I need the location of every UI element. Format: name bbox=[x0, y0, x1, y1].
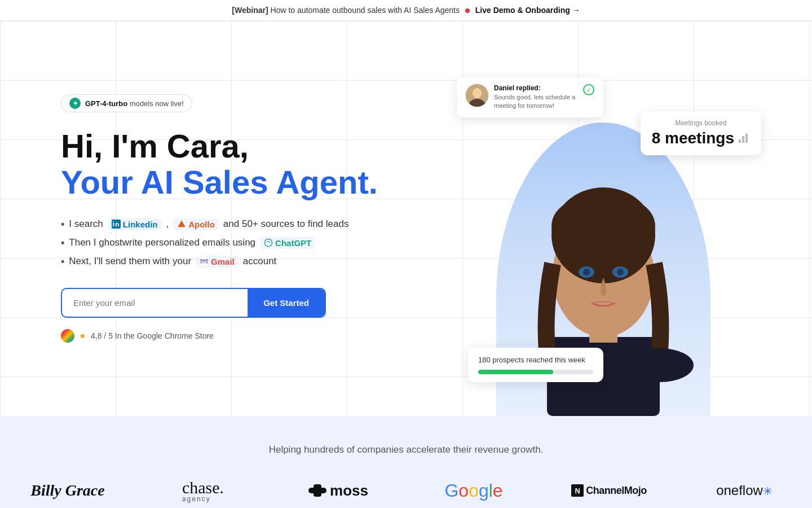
progress-bar-bg bbox=[478, 370, 593, 374]
check-icon: ✓ bbox=[583, 84, 594, 95]
banner-cta[interactable]: Live Demo & Onboarding → bbox=[475, 6, 580, 15]
top-banner: [Webinar] How to automate outbound sales… bbox=[0, 0, 812, 21]
channelmojo-n-icon: N bbox=[571, 484, 584, 497]
logos-headline: Helping hundreds of companies accelerate… bbox=[0, 444, 812, 456]
card-prospects: 180 prospects reached this week bbox=[468, 348, 603, 382]
bullet-dot-1: • bbox=[61, 218, 64, 230]
hero-bullets: • I search Linkedin , Apollo and 50+ sou… bbox=[61, 218, 395, 268]
progress-bar-fill bbox=[478, 370, 553, 374]
daniel-avatar bbox=[466, 84, 488, 107]
gpt-icon: ✦ bbox=[69, 98, 81, 109]
daniel-msg: Sounds good, lets schedule ameeting for … bbox=[494, 93, 577, 111]
hero-title-line1: Hi, I'm Cara, bbox=[61, 128, 249, 164]
gpt-badge: ✦ GPT-4-turbo models now live! bbox=[61, 94, 192, 112]
logo-oneflow: oneflow✳ bbox=[677, 483, 812, 498]
card-meetings: Meetings booked 8 meetings bbox=[641, 111, 761, 155]
moss-icon bbox=[308, 484, 326, 497]
hero-title: Hi, I'm Cara, Your AI Sales Agent. bbox=[61, 128, 395, 200]
svg-point-15 bbox=[473, 88, 482, 98]
svg-rect-22 bbox=[314, 484, 321, 497]
meetings-count: 8 meetings bbox=[652, 129, 734, 147]
hero-left: ✦ GPT-4-turbo models now live! Hi, I'm C… bbox=[0, 21, 395, 416]
meetings-label: Meetings booked bbox=[652, 119, 750, 127]
bullet-2: • Then I ghostwrite personalized emails … bbox=[61, 237, 395, 249]
bullet1-pre: I search bbox=[69, 218, 103, 230]
logo-chase-agency: chase. agency bbox=[135, 478, 271, 503]
daniel-text: Daniel replied: Sounds good, lets schedu… bbox=[494, 84, 577, 111]
svg-point-2 bbox=[264, 239, 272, 247]
svg-point-11 bbox=[617, 269, 624, 275]
svg-marker-1 bbox=[178, 221, 186, 227]
apollo-tag: Apollo bbox=[173, 218, 219, 230]
gpt-badge-bold: GPT-4-turbo models now live! bbox=[85, 99, 184, 108]
bullet-1: • I search Linkedin , Apollo and 50+ sou… bbox=[61, 218, 395, 230]
prospects-label: 180 prospects reached this week bbox=[478, 356, 593, 364]
card-daniel: Daniel replied: Sounds good, lets schedu… bbox=[457, 77, 603, 117]
chrome-icon bbox=[61, 329, 74, 343]
bullet-3: • Next, I'll send them with your Gmail a… bbox=[61, 256, 395, 268]
bullet-dot-2: • bbox=[61, 237, 64, 249]
ai-avatar-container: Daniel replied: Sounds good, lets schedu… bbox=[479, 66, 727, 416]
svg-point-10 bbox=[583, 269, 590, 275]
logo-moss: moss bbox=[271, 482, 406, 500]
logo-billy-grace: Billy Grace bbox=[0, 481, 135, 500]
oneflow-star: ✳ bbox=[763, 485, 773, 497]
email-input[interactable] bbox=[62, 289, 248, 317]
hero-title-line2: Your AI Sales Agent. bbox=[61, 164, 395, 200]
svg-rect-18 bbox=[742, 136, 744, 143]
svg-rect-19 bbox=[745, 134, 748, 143]
gmail-tag: Gmail bbox=[196, 256, 239, 268]
rating-text: 4,8 / 5 In the Google Chrome Store bbox=[91, 331, 214, 340]
banner-prefix: [Webinar] bbox=[232, 6, 268, 15]
get-started-button[interactable]: Get Started bbox=[248, 289, 325, 317]
meetings-bar-icon bbox=[739, 132, 750, 145]
svg-rect-17 bbox=[739, 139, 741, 143]
banner-text: How to automate outbound sales with AI S… bbox=[271, 6, 460, 15]
linkedin-tag: Linkedin bbox=[108, 218, 162, 230]
logo-google: Google bbox=[406, 480, 541, 501]
logos-section: Helping hundreds of companies accelerate… bbox=[0, 416, 812, 508]
chatgpt-tag: ChatGPT bbox=[260, 237, 315, 249]
logos-row: Billy Grace chase. agency moss Goo bbox=[0, 478, 812, 503]
stars-icon: ★ bbox=[79, 331, 86, 340]
daniel-name: Daniel replied: bbox=[494, 84, 577, 92]
logo-channelmojo: N ChannelMojo bbox=[541, 484, 677, 497]
hero-right: Daniel replied: Sounds good, lets schedu… bbox=[395, 21, 812, 416]
email-form: Get Started bbox=[61, 288, 326, 318]
svg-point-13 bbox=[626, 348, 694, 382]
bullet-dot-3: • bbox=[61, 256, 64, 268]
hero-section: ✦ GPT-4-turbo models now live! Hi, I'm C… bbox=[0, 21, 812, 416]
banner-dot bbox=[465, 8, 470, 13]
chrome-rating: ★ 4,8 / 5 In the Google Chrome Store bbox=[61, 329, 395, 343]
